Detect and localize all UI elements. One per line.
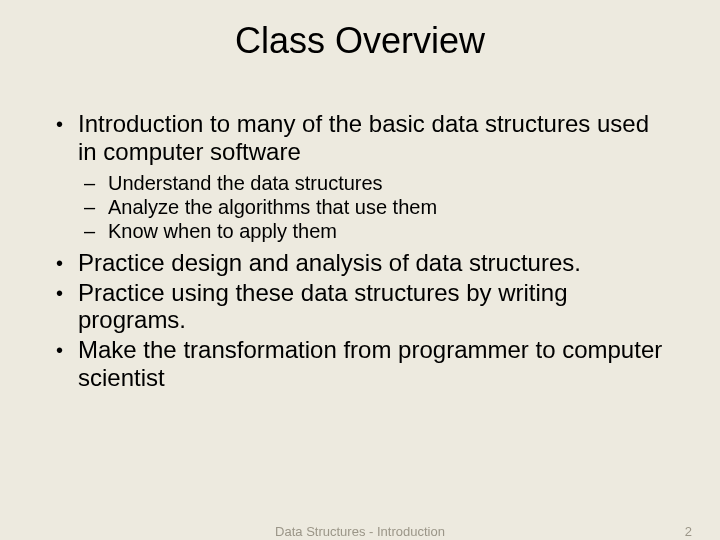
footer-text: Data Structures - Introduction: [275, 524, 445, 539]
sub-bullet-item: Analyze the algorithms that use them: [78, 195, 668, 219]
bullet-item: Introduction to many of the basic data s…: [52, 110, 668, 243]
bullet-item: Make the transformation from programmer …: [52, 336, 668, 391]
sub-bullet-list: Understand the data structures Analyze t…: [78, 171, 668, 243]
sub-bullet-item: Understand the data structures: [78, 171, 668, 195]
bullet-item: Practice using these data structures by …: [52, 279, 668, 334]
page-number: 2: [685, 524, 692, 539]
bullet-text: Introduction to many of the basic data s…: [78, 110, 649, 165]
slide-content: Introduction to many of the basic data s…: [0, 110, 720, 391]
slide-title: Class Overview: [0, 0, 720, 110]
sub-bullet-item: Know when to apply them: [78, 219, 668, 243]
bullet-list: Introduction to many of the basic data s…: [52, 110, 668, 391]
bullet-item: Practice design and analysis of data str…: [52, 249, 668, 277]
